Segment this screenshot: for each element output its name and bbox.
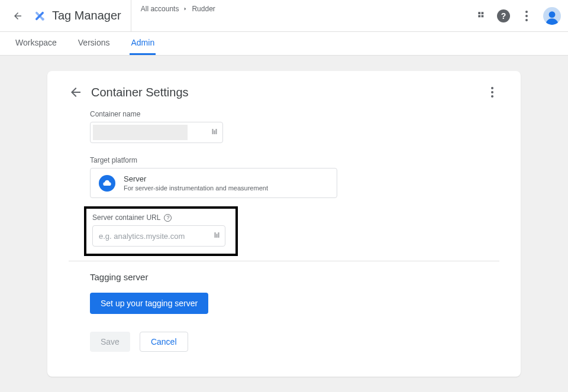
arrow-left-icon	[12, 11, 23, 21]
apps-icon[interactable]	[477, 11, 488, 21]
card-back-button[interactable]	[69, 85, 83, 99]
page-title: Container Settings	[91, 86, 189, 99]
target-platform-label: Target platform	[90, 156, 499, 164]
top-header: Tag Manager All accounts Rudder ?	[0, 0, 568, 32]
help-icon[interactable]: ?	[497, 9, 510, 22]
main-area: Container Settings Container name Target…	[0, 56, 568, 392]
server-url-input[interactable]	[92, 225, 225, 247]
tagging-server-title: Tagging server	[90, 272, 499, 282]
tab-versions[interactable]: Versions	[77, 32, 111, 55]
cancel-button[interactable]: Cancel	[140, 332, 188, 352]
redacted-overlay	[93, 125, 188, 140]
server-url-highlight: Server container URL ?	[84, 206, 238, 256]
avatar[interactable]	[543, 7, 561, 25]
gtm-logo-icon	[33, 9, 46, 22]
platform-box[interactable]: Server For server-side instrumentation a…	[90, 168, 337, 198]
server-icon	[99, 175, 115, 192]
setup-tagging-server-button[interactable]: Set up your tagging server	[90, 293, 208, 314]
svg-point-7	[549, 11, 556, 18]
svg-rect-6	[482, 15, 484, 17]
svg-rect-4	[482, 12, 484, 14]
tagging-server-section: Tagging server Set up your tagging serve…	[90, 272, 499, 352]
app-title: Tag Manager	[52, 9, 121, 22]
server-url-label: Server container URL ?	[92, 213, 230, 222]
card-more-icon[interactable]	[485, 85, 499, 99]
breadcrumb-account: Rudder	[192, 5, 215, 13]
action-row: Save Cancel	[90, 332, 499, 352]
header-actions: ?	[477, 7, 561, 25]
svg-rect-5	[478, 15, 480, 17]
back-button[interactable]	[7, 5, 28, 27]
breadcrumb[interactable]: All accounts Rudder	[141, 5, 215, 13]
edit-icon[interactable]	[211, 128, 218, 137]
edit-icon[interactable]	[214, 232, 221, 241]
user-icon	[544, 9, 560, 25]
card-header: Container Settings	[69, 85, 499, 99]
divider	[69, 261, 499, 261]
svg-point-2	[41, 18, 44, 21]
platform-text: Server For server-side instrumentation a…	[124, 174, 268, 192]
breadcrumb-all-accounts: All accounts	[141, 5, 179, 13]
container-name-label: Container name	[90, 110, 499, 118]
container-name-wrap	[90, 122, 223, 143]
svg-rect-3	[478, 12, 480, 14]
tab-admin[interactable]: Admin	[130, 32, 156, 55]
platform-name: Server	[124, 174, 268, 183]
more-menu-icon[interactable]	[519, 9, 534, 23]
container-settings-card: Container Settings Container name Target…	[47, 71, 521, 377]
tabs-bar: Workspace Versions Admin	[0, 32, 568, 56]
server-url-wrap	[92, 225, 225, 247]
logo-title: Tag Manager	[33, 0, 131, 31]
platform-desc: For server-side instrumentation and meas…	[124, 184, 268, 192]
tab-workspace[interactable]: Workspace	[14, 32, 58, 55]
help-tooltip-icon[interactable]: ?	[164, 214, 172, 222]
save-button[interactable]: Save	[90, 332, 130, 352]
chevron-right-icon	[182, 6, 188, 12]
form-section: Container name Target platform Server Fo…	[90, 110, 499, 256]
